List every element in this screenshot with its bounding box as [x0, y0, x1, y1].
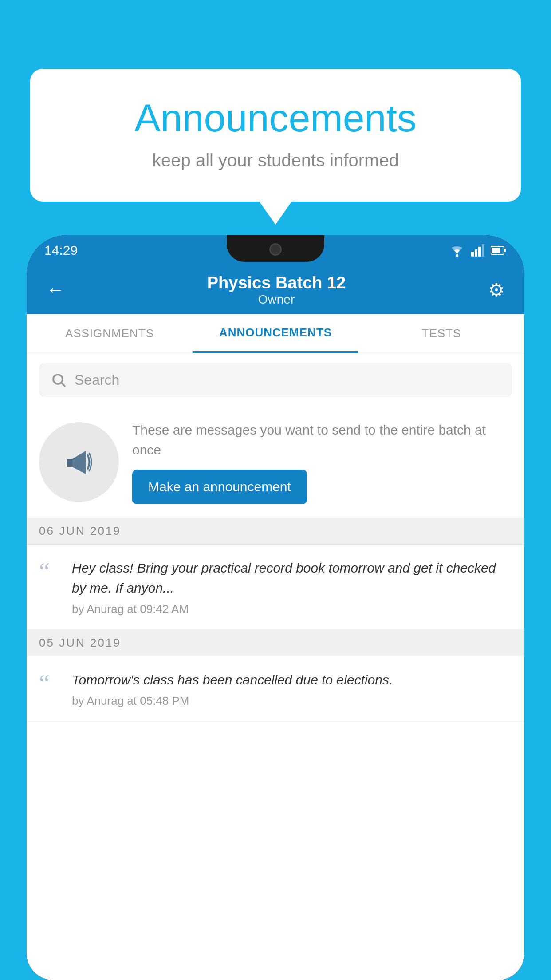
announcement-meta-1: by Anurag at 09:42 AM — [72, 602, 512, 616]
phone-notch — [227, 235, 324, 262]
announcement-content-1: Hey class! Bring your practical record b… — [72, 558, 512, 616]
battery-icon — [491, 245, 507, 255]
search-bar[interactable]: Search — [39, 363, 512, 397]
svg-rect-4 — [482, 244, 484, 257]
svg-line-9 — [62, 383, 65, 387]
svg-point-8 — [53, 375, 63, 384]
batch-name: Physics Batch 12 — [69, 273, 484, 292]
wifi-icon — [449, 244, 465, 257]
search-input-placeholder: Search — [75, 372, 119, 388]
date-separator-1: 06 JUN 2019 — [27, 518, 524, 545]
settings-button[interactable]: ⚙ — [484, 275, 509, 305]
app-header: ← Physics Batch 12 Owner ⚙ — [27, 265, 524, 314]
status-icons — [449, 244, 507, 257]
date-separator-2: 05 JUN 2019 — [27, 630, 524, 656]
announcement-text-2: Tomorrow's class has been cancelled due … — [72, 670, 512, 690]
phone-camera — [269, 243, 282, 256]
svg-rect-6 — [492, 248, 500, 253]
search-icon — [51, 372, 67, 388]
speech-bubble: Announcements keep all your students inf… — [30, 69, 521, 202]
svg-rect-3 — [478, 247, 481, 257]
speech-bubble-section: Announcements keep all your students inf… — [30, 69, 521, 202]
back-button[interactable]: ← — [42, 275, 69, 305]
svg-point-0 — [456, 254, 458, 257]
svg-rect-7 — [504, 249, 506, 252]
screen-content: Search These are messages yo — [27, 353, 524, 980]
make-announcement-button[interactable]: Make an announcement — [132, 470, 307, 504]
megaphone-circle — [39, 422, 119, 502]
empty-state: These are messages you want to send to t… — [27, 407, 524, 518]
megaphone-icon — [59, 442, 99, 482]
phone-frame-container: 14:29 — [27, 235, 524, 980]
svg-rect-10 — [67, 459, 72, 467]
tab-assignments[interactable]: ASSIGNMENTS — [27, 314, 193, 353]
announcement-meta-2: by Anurag at 05:48 PM — [72, 694, 512, 708]
announcement-content-2: Tomorrow's class has been cancelled due … — [72, 670, 512, 708]
quote-icon-2: “ — [39, 672, 61, 695]
empty-state-description: These are messages you want to send to t… — [132, 420, 512, 460]
svg-rect-2 — [475, 249, 477, 257]
speech-bubble-title: Announcements — [66, 95, 485, 141]
user-role: Owner — [69, 292, 484, 307]
signal-icon — [471, 244, 484, 257]
empty-state-content: These are messages you want to send to t… — [132, 420, 512, 504]
tab-announcements[interactable]: ANNOUNCEMENTS — [193, 314, 358, 353]
status-time: 14:29 — [44, 243, 78, 258]
announcement-text-1: Hey class! Bring your practical record b… — [72, 558, 512, 598]
phone-frame: 14:29 — [27, 235, 524, 980]
announcement-item-2[interactable]: “ Tomorrow's class has been cancelled du… — [27, 656, 524, 722]
tabs-bar: ASSIGNMENTS ANNOUNCEMENTS TESTS — [27, 314, 524, 353]
announcement-item-1[interactable]: “ Hey class! Bring your practical record… — [27, 545, 524, 630]
tab-tests[interactable]: TESTS — [358, 314, 524, 353]
header-title-group: Physics Batch 12 Owner — [69, 273, 484, 307]
speech-bubble-subtitle: keep all your students informed — [66, 150, 485, 170]
quote-icon-1: “ — [39, 560, 61, 584]
svg-rect-1 — [471, 252, 474, 257]
